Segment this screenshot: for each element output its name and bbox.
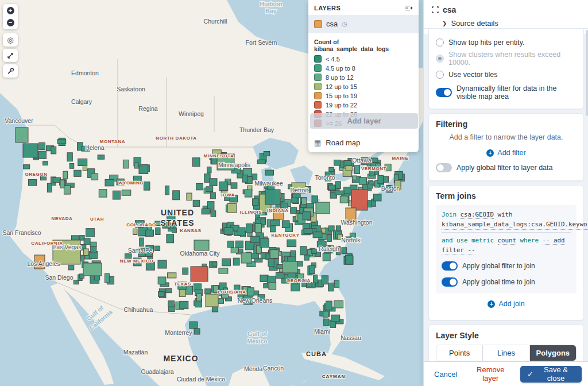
region-blob [351,190,368,210]
legend-row: 8 up to 12 [314,74,413,81]
region-blob [219,268,228,273]
collapse-panel-icon[interactable] [405,5,413,11]
check-icon: ✓ [527,370,533,379]
zoom-in-button[interactable]: + [3,5,17,17]
region-blob [264,151,269,156]
layer-row-csa[interactable]: csa ◷ [308,15,419,33]
toggle-switch[interactable] [442,261,458,271]
map-label-city: Detroit [291,187,308,194]
region-blob [210,179,217,186]
set-view-button[interactable]: ◎ [3,33,18,47]
region-blob [238,227,245,236]
map-label-state: LOUISIANA [218,290,246,295]
radio-icon [436,55,444,63]
tab-polygons[interactable]: Polygons [530,345,576,361]
global-filter-toggle-row: Apply global filter to layer data [436,163,577,172]
map-label-city: Las Vegas [53,244,81,250]
region-blob [179,290,185,296]
region-blob [328,283,334,291]
map-label-state: INDIANA [267,208,289,213]
region-blob [247,288,254,296]
region-blob [334,280,339,288]
join-keyword: Join [442,211,457,218]
map-label-city: Miami [314,328,330,335]
toggle-switch[interactable] [436,88,452,97]
map-label-state: ILLINOIS [240,210,262,215]
map-label-city: Vancouver [5,117,33,124]
radio-show-clusters[interactable]: Show clusters when results exceed 10000. [436,51,577,67]
toggle-switch[interactable] [442,277,458,287]
save-close-button[interactable]: ✓ Save & close [520,366,582,383]
zoom-out-button[interactable]: − [3,17,17,29]
settings-scroll-area[interactable]: Show top hits per entity. Show clusters … [424,28,588,361]
time-filter-icon: ◷ [342,20,347,28]
add-layer-button[interactable]: Add layer [310,113,418,129]
add-join-button[interactable]: + Add join [436,299,577,308]
tab-points[interactable]: Points [436,345,483,361]
region-blob [384,176,389,182]
legend-label: < 4.5 [326,56,340,63]
join-left-field[interactable]: csa:GEOID [461,211,494,219]
region-blob [69,164,74,169]
region-blob [241,253,252,263]
join-right-field[interactable]: kibana_sample_data_logs:csa.GEOID.keywor… [442,220,588,230]
region-blob [78,159,87,165]
region-blob [173,191,180,200]
minus-icon: − [7,19,14,26]
chevron-right-icon: ❯ [442,21,447,26]
map-label-city: San Diego [45,274,73,281]
toggle-switch[interactable] [436,163,452,172]
save-label: Save & close [537,365,575,383]
region-blob [68,265,74,270]
region-blob [251,236,260,242]
radio-vector-tiles[interactable]: Use vector tiles [436,71,577,79]
region-blob [207,167,211,173]
join-expression: Join csa:GEOID with kibana_sample_data_l… [436,205,577,294]
region-blob [270,226,276,232]
region-blob [193,200,199,206]
map-label-city: Fort Severn [246,39,277,46]
panel-scrollbar[interactable] [586,30,588,116]
map-label-city: Los Angeles [27,260,60,267]
measure-button[interactable] [3,49,18,62]
tools-button[interactable] [3,64,18,78]
region-blob [312,249,316,253]
region-blob [43,161,48,165]
term-joins-title: Term joins [436,191,577,200]
legend-swatch [314,101,322,109]
radio-top-hits[interactable]: Show top hits per entity. [436,38,577,47]
remove-layer-button[interactable]: Remove layer [466,365,514,383]
legend-row: 12 up to 15 [314,83,413,90]
region-blob [194,329,200,334]
region-blob [168,301,175,307]
plus-icon: + [7,7,14,14]
toggle-label: Apply global filter to join [462,261,535,272]
panel-title: csa [443,5,456,14]
filtering-note: Add a filter to narrow the layer data. [436,133,577,141]
layer-row-roadmap[interactable]: ▦ Road map [308,133,419,152]
region-blob [202,209,210,214]
map-label-state: NORTH DAKOTA [156,136,197,141]
region-blob [134,163,138,168]
vector-layer-icon [432,6,439,13]
source-details-accordion[interactable]: ❯ Source details [442,19,581,28]
map-label-state: VERMONT [361,166,386,171]
metric-keyword: and use metric [442,237,494,244]
region-blob [270,250,278,258]
map-label-water: Mexico [247,338,268,345]
metric-value[interactable]: count [498,237,517,245]
layer-style-title: Layer Style [436,331,577,340]
region-blob [329,167,334,171]
add-filter-button[interactable]: + Add filter [436,148,577,157]
map-label-state: MONTANA [100,139,126,144]
region-blob [64,186,70,194]
legend-label: 12 up to 15 [326,83,357,90]
cancel-button[interactable]: Cancel [431,369,461,379]
layer-settings-panel: csa ❯ Source details Show top hits per e… [423,0,588,386]
region-blob [233,258,239,265]
region-blob [191,267,208,281]
tab-lines[interactable]: Lines [483,345,529,361]
map-label-city: Edmonton [71,70,99,76]
region-blob [283,261,297,273]
region-blob [227,203,237,213]
